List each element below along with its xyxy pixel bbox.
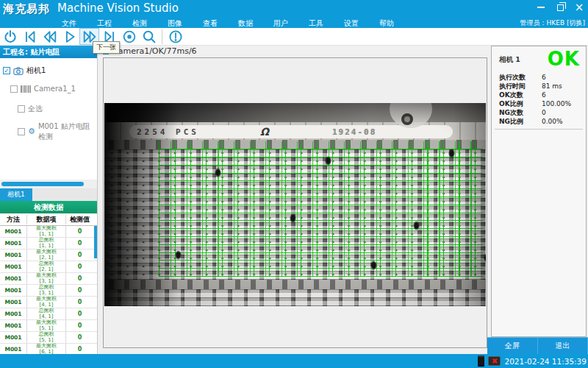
table-row[interactable]: M001总面积[3, 1]0 (0, 285, 97, 297)
table-row[interactable]: M001最大面积[2, 1]0 (0, 250, 97, 261)
close-button[interactable]: × (573, 1, 585, 13)
app-logo: 海克易邦 (3, 2, 54, 16)
screw-hole (401, 113, 413, 125)
stat-row: NG次数0 (499, 108, 580, 117)
status-badge: OK (548, 48, 580, 70)
table-row[interactable]: M001总面积[1, 1]0 (0, 238, 97, 250)
empty-pocket-blob (290, 213, 296, 223)
continuous-run-button[interactable] (119, 28, 139, 45)
empty-pocket-blob (413, 221, 420, 230)
scrollbar-thumb[interactable] (1, 182, 84, 186)
record-icon (121, 29, 137, 45)
minimize-icon (537, 7, 545, 8)
column-value: 检测值 (66, 215, 93, 224)
skip-first-icon (22, 29, 38, 45)
detect-table-header: 方法 数据项 检测值 (0, 213, 97, 226)
restore-icon (557, 4, 564, 11)
info-icon (168, 29, 184, 45)
close-icon: × (575, 2, 584, 13)
checkbox-icon[interactable] (18, 128, 25, 135)
admin-user: 管理员：HKEB (520, 19, 565, 26)
empty-pocket-blob (370, 261, 377, 270)
tree-item-m001[interactable]: ⚙ M001 贴片电阻检测 (18, 121, 97, 142)
result-camera-label: 相机 1 (499, 55, 520, 65)
gear-icon: ⚙ (28, 128, 35, 135)
status-bar: ✖ 2021-02-24 11:35:39 (0, 354, 588, 368)
camera-icon (13, 67, 24, 75)
table-row[interactable]: M001总面积[4, 1]0 (0, 308, 97, 320)
app-window: 海克易邦 Machine Vision Studio × 文件工程检测图像查看数… (0, 0, 588, 368)
menu-bar: 文件工程检测图像查看数据用户工具设置帮助 管理员：HKEB [切换] (0, 17, 588, 28)
tooltip: 下一张 (93, 41, 120, 54)
project-tree: ✓ 相机1 Camera1_1 全选 ⚙ M001 贴片电阻检测 (0, 58, 97, 180)
footer-buttons: 全屏 退出 (487, 337, 588, 354)
stat-row: OK比例100.00% (499, 99, 580, 108)
table-row[interactable]: M001最大面积[4, 1]0 (0, 297, 97, 308)
viewer-result-text: Camera1/OK/77ms/6 (112, 46, 197, 56)
toolbar-separator (162, 29, 162, 44)
table-row[interactable]: M001总面积[2, 1]0 (0, 261, 97, 273)
stats-separator (495, 129, 583, 130)
tree-item-label: 相机1 (26, 66, 46, 76)
table-vertical-scrollbar[interactable] (94, 226, 97, 258)
previous-image-button[interactable] (40, 28, 60, 45)
monitor-disconnected-icon: ✖ (488, 356, 501, 366)
table-row[interactable]: M001最大面积[1, 1]0 (0, 226, 97, 238)
zoom-button[interactable] (139, 28, 159, 45)
title-bar: 海克易邦 Machine Vision Studio × (0, 0, 588, 17)
empty-pocket-blob (215, 168, 221, 177)
previous-icon (42, 29, 58, 45)
tab-camera1[interactable]: 相机1 (0, 188, 32, 201)
sprocket-row-bottom (104, 280, 486, 289)
camera-tab-row: 相机1 (0, 188, 97, 201)
toolbar (0, 28, 588, 46)
run-button[interactable] (60, 28, 79, 45)
empty-pocket-blob (484, 253, 486, 263)
fullscreen-button[interactable]: 全屏 (487, 337, 538, 354)
pc-status-icon (478, 355, 484, 367)
stats-list: 执行次数6执行时间81 msOK次数6OK比例100.00%NG次数0NG比例0… (499, 73, 580, 126)
left-panel: 工程名: 贴片电阻 ✓ 相机1 Camera1_1 全选 ⚙ M001 贴片电阻… (0, 46, 98, 354)
checkbox-icon[interactable] (18, 105, 25, 113)
table-row[interactable]: M001总面积[5, 1]0 (0, 332, 97, 344)
tree-horizontal-scrollbar[interactable] (0, 180, 97, 188)
stat-row: 执行时间81 ms (499, 82, 580, 91)
admin-label: 管理员：HKEB [切换] (520, 18, 585, 28)
table-row[interactable]: M001最大面积[5, 1]0 (0, 320, 97, 332)
brand-mark: Ω (260, 126, 269, 138)
stat-row: NG比例0.00% (499, 117, 580, 126)
empty-pocket-blob (175, 250, 182, 260)
empty-pocket-blob (448, 149, 455, 158)
power-button[interactable] (0, 28, 20, 45)
barcode-icon (21, 85, 31, 93)
tree-item-camera1-1[interactable]: Camera1_1 (10, 85, 76, 93)
tree-item-label: M001 贴片电阻检测 (38, 121, 97, 142)
project-name-header: 工程名: 贴片电阻 (0, 46, 97, 58)
stat-row: OK次数6 (499, 91, 580, 99)
component-array-bottom (104, 289, 486, 306)
switch-user-link[interactable]: [切换] (567, 19, 585, 26)
camera-image[interactable]: 2254 PCS Ω 1924-08 (104, 103, 486, 306)
checkbox-checked-icon[interactable]: ✓ (3, 67, 10, 74)
tray-pcs-text: 2254 PCS (137, 127, 199, 137)
detect-data-title: 检测数据 (0, 201, 97, 213)
minimize-button[interactable] (535, 1, 547, 13)
column-item: 数据项 (26, 215, 66, 224)
tree-item-camera1[interactable]: ✓ 相机1 (3, 66, 46, 76)
detection-overlay-grid (159, 141, 483, 277)
result-panel: 相机 1 OK 执行次数6执行时间81 msOK次数6OK比例100.00%NG… (491, 46, 587, 337)
restore-button[interactable] (554, 1, 566, 13)
app-title: Machine Vision Studio (57, 1, 179, 15)
empty-pocket-blob (325, 156, 331, 166)
tray-lot-text: 1924-08 (332, 127, 376, 137)
play-icon (62, 29, 78, 45)
table-row[interactable]: M001最大面积[6, 1]0 (0, 344, 97, 354)
stat-row: 执行次数6 (499, 73, 580, 82)
table-row[interactable]: M001最大面积[3, 1]0 (0, 273, 97, 285)
checkbox-icon[interactable] (10, 85, 18, 93)
tree-item-select-all[interactable]: 全选 (18, 104, 43, 114)
info-button[interactable] (165, 28, 185, 45)
exit-button[interactable]: 退出 (538, 337, 588, 354)
clock-text: 2021-02-24 11:35:39 (504, 357, 587, 366)
first-image-button[interactable] (20, 28, 40, 45)
